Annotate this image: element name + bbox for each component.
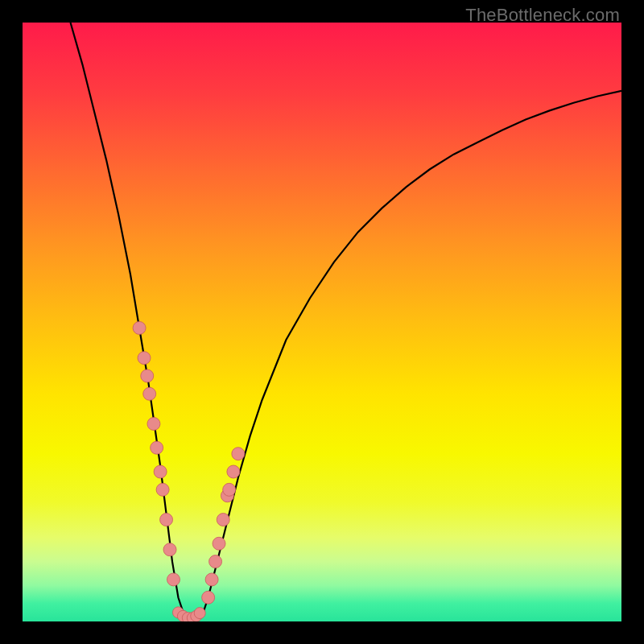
bottleneck-curve xyxy=(71,23,621,621)
chart-svg xyxy=(23,23,621,621)
scatter-dot xyxy=(232,448,245,460)
scatter-dot xyxy=(151,441,163,454)
scatter-right-cluster xyxy=(202,448,245,605)
watermark-text: TheBottleneck.com xyxy=(465,5,620,26)
scatter-dot xyxy=(163,543,176,556)
scatter-dot xyxy=(156,483,169,496)
scatter-dot xyxy=(217,514,229,526)
scatter-dot xyxy=(205,573,218,586)
scatter-dot xyxy=(213,537,225,550)
scatter-dot xyxy=(154,465,167,478)
scatter-dot xyxy=(209,555,222,568)
plot-area xyxy=(23,23,621,621)
scatter-left-cluster xyxy=(133,321,180,585)
scatter-dot xyxy=(227,465,240,478)
scatter-bottom-cluster xyxy=(172,607,205,621)
scatter-dot xyxy=(160,514,173,526)
scatter-dot xyxy=(202,591,215,604)
scatter-dot xyxy=(138,352,151,365)
scatter-dot xyxy=(167,573,180,586)
scatter-dot xyxy=(194,608,205,619)
scatter-dot xyxy=(143,387,156,400)
scatter-dot xyxy=(223,483,236,496)
scatter-dot xyxy=(147,417,160,430)
scatter-dot xyxy=(133,321,146,334)
scatter-dot xyxy=(141,369,154,382)
